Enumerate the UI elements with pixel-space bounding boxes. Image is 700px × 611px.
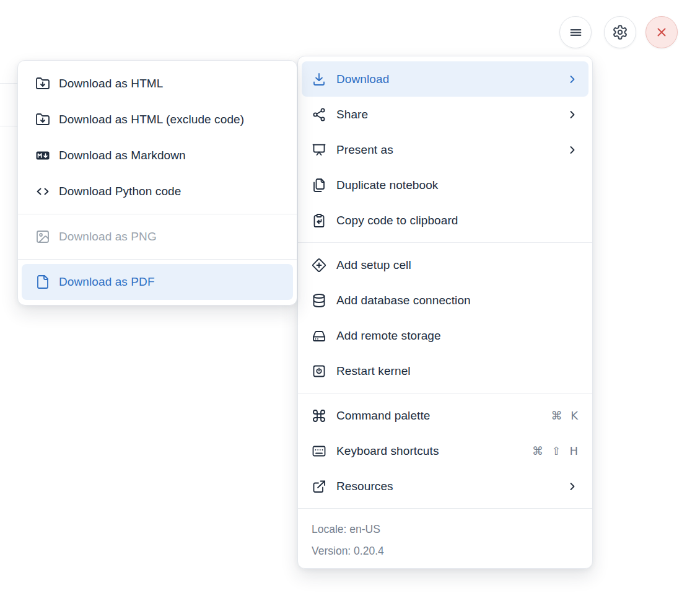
menu-item-present-as[interactable]: Present as [302,132,588,167]
background-cell-border [0,126,17,126]
menu-item-label: Download as PNG [59,230,283,244]
hard-drive-icon [312,328,326,343]
menu-item-label: Download as HTML [59,77,283,90]
chevron-right-icon [566,73,579,86]
menu-item-duplicate-notebook[interactable]: Duplicate notebook [302,167,588,203]
close-button[interactable] [645,16,678,48]
menu-item-label: Download Python code [59,185,283,198]
menu-item-download-html-exclude-code[interactable]: Download as HTML (exclude code) [22,102,293,138]
external-link-icon [312,479,326,494]
menu-item-label: Share [336,108,556,121]
gear-icon [612,24,628,40]
image-icon [35,229,50,244]
menu-item-label: Download [336,73,556,86]
presentation-icon [312,143,326,157]
menu-item-label: Duplicate notebook [336,178,579,192]
download-icon [312,72,326,87]
menu-item-restart-kernel[interactable]: Restart kernel [302,353,588,389]
diamond-plus-icon [312,258,326,273]
version-text: Version: 0.20.4 [312,540,579,562]
chevron-right-icon [566,144,579,156]
folder-download-icon [35,112,50,127]
menu-item-keyboard-shortcuts[interactable]: Keyboard shortcuts ⌘ ⇧ H [302,433,588,468]
menu-separator [298,508,592,509]
menu-separator [18,214,297,214]
menu-item-label: Add remote storage [336,329,579,343]
menu-item-label: Download as HTML (exclude code) [59,113,283,126]
shortcut-text: ⌘ ⇧ H [532,444,579,457]
folder-download-icon [35,76,50,91]
locale-text: Locale: en-US [312,519,579,540]
menu-item-label: Add database connection [336,294,579,307]
menu-item-label: Copy code to clipboard [336,214,579,227]
menu-item-download-html[interactable]: Download as HTML [22,66,293,102]
notebook-actions-menu: Download Share Present as Duplicate note… [297,56,593,569]
chevron-right-icon [566,480,579,493]
menu-item-label: Download as Markdown [59,149,283,162]
keyboard-icon [312,444,326,459]
file-icon [35,275,50,289]
menu-item-label: Command palette [336,409,541,423]
menu-item-download-png: Download as PNG [22,219,293,255]
menu-item-download-pdf[interactable]: Download as PDF [22,264,293,300]
notebook-menu-button[interactable] [559,16,592,48]
settings-button[interactable] [604,16,636,48]
clipboard-copy-icon [312,213,326,228]
code-icon [35,184,50,199]
menu-item-label: Restart kernel [336,364,579,378]
menu-item-download[interactable]: Download [302,61,588,97]
menu-item-label: Keyboard shortcuts [336,444,522,458]
menu-item-add-setup-cell[interactable]: Add setup cell [302,247,588,283]
menu-item-copy-code[interactable]: Copy code to clipboard [302,203,588,238]
menu-item-label: Present as [336,143,556,157]
menu-item-resources[interactable]: Resources [302,468,588,504]
menu-item-add-remote-storage[interactable]: Add remote storage [302,318,588,353]
menu-item-label: Add setup cell [336,258,579,272]
close-icon [654,25,669,40]
command-icon [312,408,326,423]
shortcut-text: ⌘ K [551,409,579,422]
menu-separator [298,393,592,393]
database-icon [312,293,326,308]
menu-separator [18,259,297,260]
download-submenu: Download as HTML Download as HTML (exclu… [17,60,297,306]
menu-separator [298,242,592,243]
menu-item-share[interactable]: Share [302,97,588,132]
markdown-icon [35,148,50,163]
hamburger-icon [568,25,584,40]
menu-footer: Locale: en-US Version: 0.20.4 [298,513,592,563]
menu-item-add-database-connection[interactable]: Add database connection [302,283,588,318]
chevron-right-icon [566,108,579,121]
menu-item-download-python[interactable]: Download Python code [22,174,293,209]
menu-item-download-markdown[interactable]: Download as Markdown [22,138,293,174]
menu-item-label: Download as PDF [59,275,283,289]
menu-item-label: Resources [336,480,556,493]
menu-item-command-palette[interactable]: Command palette ⌘ K [302,398,588,433]
share-icon [312,107,326,122]
duplicate-files-icon [312,178,326,193]
background-cell-border [0,83,17,84]
power-square-icon [312,364,326,379]
